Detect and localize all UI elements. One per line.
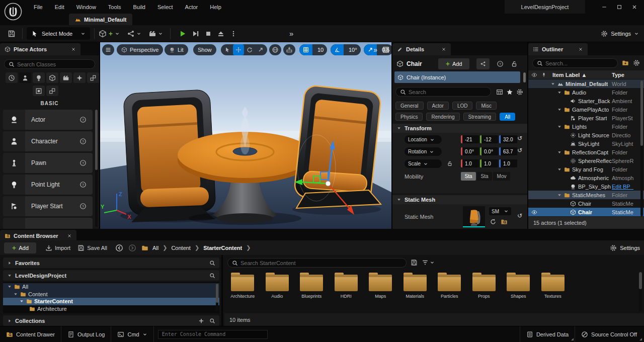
filter-all[interactable]: All	[500, 113, 515, 121]
expand-arrow-icon[interactable]	[557, 193, 562, 198]
menu-file[interactable]: File	[28, 4, 48, 10]
rotate-tool-button[interactable]	[244, 44, 255, 55]
outliner-row-skylight[interactable]: SkyLightSkyLight	[528, 139, 644, 148]
view-mode-dropdown[interactable]: Lit	[165, 44, 188, 55]
add-component-button[interactable]: Add	[438, 58, 469, 69]
scale-lock-icon[interactable]	[447, 160, 453, 166]
location-x-field[interactable]: -21	[461, 135, 479, 143]
search-icon[interactable]	[209, 273, 215, 279]
play-options-kebab-icon[interactable]	[230, 30, 237, 37]
folder-materials[interactable]: Materials	[398, 271, 433, 299]
surface-snapping-button[interactable]	[283, 44, 295, 55]
place-actors-tab[interactable]: Place Actors	[0, 43, 80, 55]
place-item-character[interactable]: Character	[3, 131, 93, 151]
cb-save-all-button[interactable]: Save All	[77, 244, 107, 251]
outliner-search-input[interactable]	[545, 60, 613, 66]
folder-architecture[interactable]: Architecture	[225, 271, 260, 299]
help-icon[interactable]	[79, 116, 87, 123]
filter-streaming[interactable]: Streaming	[463, 113, 497, 121]
place-actors-scrollbar[interactable]	[95, 110, 98, 170]
folder-maps[interactable]: Maps	[363, 271, 398, 299]
cinematics-button[interactable]	[148, 30, 163, 38]
menu-actor[interactable]: Actor	[180, 4, 204, 10]
collections-section[interactable]: Collections	[3, 315, 219, 326]
folder-audio[interactable]: Audio	[260, 271, 295, 299]
scale-z-field[interactable]: 1.0	[499, 159, 517, 167]
breadcrumb-all[interactable]: All	[152, 245, 158, 251]
display-options-icon[interactable]	[496, 89, 503, 96]
cb-search-field[interactable]	[227, 258, 407, 268]
tree-item-architecture[interactable]: Architecture	[3, 305, 219, 313]
maximize-viewport-button[interactable]	[382, 44, 389, 55]
outliner-row-atmospheric[interactable]: AtmosphericAtmosph	[528, 174, 644, 182]
expand-arrow-icon[interactable]	[550, 81, 555, 87]
details-scrollbar[interactable]	[523, 72, 526, 82]
outliner-row-gameplayactors[interactable]: GamePlayActoFolder	[528, 105, 644, 114]
search-icon[interactable]	[209, 260, 215, 266]
category-all-classes-icon[interactable]	[46, 86, 58, 96]
outliner-column-header[interactable]: Item Label ▲ Type	[528, 70, 644, 79]
place-item-pawn[interactable]: Pawn	[3, 153, 93, 173]
transform-section-header[interactable]: Transform	[392, 124, 527, 133]
add-collection-icon[interactable]	[198, 318, 204, 324]
rotation-reset-icon[interactable]: ↺	[517, 147, 522, 154]
outliner-tab[interactable]: Outliner	[528, 43, 588, 55]
details-search-field[interactable]	[395, 87, 491, 97]
add-actor-button[interactable]	[99, 30, 120, 38]
close-icon[interactable]	[441, 47, 446, 52]
help-icon[interactable]	[497, 60, 504, 67]
maximize-button[interactable]	[612, 1, 627, 14]
project-section[interactable]: LevelDesignProject	[3, 270, 219, 281]
cb-settings-button[interactable]: Settings	[610, 244, 640, 251]
help-icon[interactable]	[79, 181, 87, 188]
expand-arrow-icon[interactable]	[557, 124, 562, 129]
content-drawer-button[interactable]: Content Drawer	[0, 326, 61, 342]
rotation-y-field[interactable]: 0.0°	[480, 147, 498, 155]
content-tree-scrollbar[interactable]	[216, 284, 218, 303]
place-item-point-light[interactable]: Point Light	[3, 175, 93, 195]
category-geometry-icon[interactable]	[87, 72, 99, 83]
static-mesh-reset-icon[interactable]: ↺	[517, 212, 522, 219]
place-item-actor[interactable]: Actor	[3, 110, 93, 130]
menu-build[interactable]: Build	[128, 4, 151, 10]
forward-button[interactable]	[128, 244, 136, 252]
outliner-row-spherereflection[interactable]: SphereReflecSphereR	[528, 156, 644, 165]
location-dropdown[interactable]: Location	[405, 135, 442, 144]
expand-arrow-icon[interactable]	[557, 150, 562, 155]
outliner-row-minimal-default[interactable]: Minimal_DefaultWorld	[528, 79, 644, 88]
grid-snap-control[interactable]: 10	[299, 44, 327, 55]
source-control-button[interactable]: Source Control Off	[575, 326, 643, 342]
category-basic-icon[interactable]	[19, 72, 31, 83]
static-mesh-asset-dropdown[interactable]: SM	[489, 207, 511, 215]
mobility-static-button[interactable]: Sta	[461, 172, 476, 181]
mobility-stationary-button[interactable]: Sta	[477, 172, 492, 181]
world-local-space-button[interactable]	[269, 44, 281, 55]
menu-tools[interactable]: Tools	[103, 4, 127, 10]
outliner-row-lights[interactable]: LightsFolder	[528, 122, 644, 131]
tree-item-all[interactable]: All	[3, 283, 219, 291]
filter-rendering[interactable]: Rendering	[426, 113, 459, 121]
select-tool-button[interactable]	[222, 44, 233, 55]
folder-particles[interactable]: Particles	[432, 271, 467, 299]
level-tab[interactable]: Minimal_Default	[69, 14, 132, 25]
grid-snap-value[interactable]: 10	[315, 47, 327, 53]
outliner-scrollbar[interactable]	[640, 80, 643, 146]
scale-x-field[interactable]: 1.0	[461, 159, 479, 167]
details-search-input[interactable]	[409, 89, 487, 95]
search-icon[interactable]	[209, 318, 215, 324]
new-folder-icon[interactable]	[622, 59, 629, 66]
scale-y-field[interactable]: 1.0	[480, 159, 498, 167]
stop-button[interactable]	[205, 30, 212, 37]
search-classes-input[interactable]	[17, 61, 91, 67]
save-search-icon[interactable]	[411, 259, 418, 266]
help-icon[interactable]	[79, 159, 87, 166]
category-shapes-icon[interactable]	[46, 72, 58, 83]
filter-lod[interactable]: LOD	[452, 102, 473, 110]
place-item-partial[interactable]	[3, 218, 93, 229]
console-command-input[interactable]	[162, 331, 264, 337]
rotation-dropdown[interactable]: Rotation	[405, 147, 442, 156]
outliner-row-chair-1[interactable]: ChairStaticMe	[528, 199, 644, 208]
viewport[interactable]: Z Y X Perspective Lit Show 10 10° 0.5	[100, 42, 391, 229]
folder-props[interactable]: Props	[467, 271, 502, 299]
close-icon[interactable]	[578, 47, 583, 52]
